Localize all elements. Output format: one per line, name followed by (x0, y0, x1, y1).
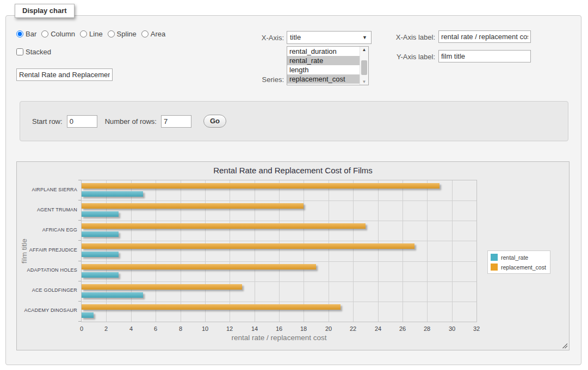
x-tick-6: 6 (147, 325, 164, 332)
legend-entry-replacement_cost: replacement_cost (491, 264, 546, 271)
y-axis-tick-6 (78, 301, 81, 302)
x-tick-2: 2 (97, 325, 115, 332)
gridline-x-2 (106, 180, 107, 322)
x-axis-label-input[interactable] (438, 30, 531, 43)
gridline-y-6 (82, 302, 476, 302)
chart-type-option-area[interactable]: Area (141, 30, 165, 38)
bar-rental_rate (82, 211, 119, 217)
spline-radio[interactable] (108, 30, 115, 37)
bar-rental_rate (82, 252, 119, 257)
line-radio-label: Line (89, 30, 103, 38)
series-list-label: Series: (234, 76, 284, 84)
category-label: ACADEMY DINOSAUR (17, 308, 77, 313)
bar-replacement_cost (82, 183, 440, 189)
legend-swatch-replacement_cost (491, 264, 498, 271)
y-axis-tick-5 (78, 281, 81, 281)
num-rows-input[interactable] (161, 115, 191, 128)
scrollbar-thumb[interactable] (361, 60, 367, 75)
gridline-x-28 (427, 180, 428, 322)
category-label: AGENT TRUMAN (17, 207, 77, 212)
x-tick-28: 28 (418, 325, 436, 332)
gridline-x-24 (378, 180, 379, 322)
chart-type-option-bar[interactable]: Bar (16, 30, 36, 38)
chart-legend: rental_ratereplacement_cost (487, 250, 550, 274)
gridline-x-10 (205, 180, 206, 322)
chart-title: Rental Rate and Replacement Cost of Film… (17, 166, 569, 175)
y-axis-tick-1 (78, 200, 81, 200)
series-listbox[interactable]: rental_durationrental_ratelengthreplacem… (287, 46, 369, 85)
x-tick-16: 16 (270, 325, 288, 332)
series-option-length[interactable]: length (287, 65, 360, 74)
gridline-x-26 (403, 180, 403, 322)
bar-rental_rate (82, 292, 143, 298)
series-options: rental_durationrental_ratelengthreplacem… (287, 47, 360, 84)
chart-type-option-spline[interactable]: Spline (108, 30, 137, 38)
stacked-checkbox[interactable] (16, 48, 23, 55)
category-label: ACE GOLDFINGER (17, 287, 77, 293)
gridline-y-1 (82, 200, 476, 201)
gridline-x-6 (156, 180, 156, 322)
x-axis-selected-value: title (290, 33, 301, 41)
x-tick-18: 18 (295, 325, 312, 332)
gridline-y-2 (82, 221, 476, 221)
column-radio-label: Column (51, 30, 75, 38)
stacked-option[interactable]: Stacked (16, 48, 51, 56)
area-radio[interactable] (141, 30, 148, 37)
bar-rental_rate (82, 272, 119, 278)
bar-replacement_cost (82, 284, 242, 290)
stacked-row: Stacked (16, 48, 56, 56)
y-axis-tick-4 (78, 261, 81, 261)
bar-replacement_cost (82, 203, 304, 209)
x-tick-14: 14 (246, 325, 263, 332)
bar-rental_rate (82, 312, 94, 318)
x-tick-20: 20 (320, 325, 337, 332)
chart-area: Rental Rate and Replacement Cost of Film… (16, 161, 570, 350)
category-label: AFRICAN EGG (17, 227, 77, 233)
gridline-x-12 (230, 180, 230, 322)
scroll-up-icon[interactable]: ▲ (360, 47, 368, 52)
x-tick-0: 0 (73, 325, 90, 332)
x-axis-label-caption: X-Axis label: (375, 33, 435, 41)
gridline-x-16 (279, 180, 280, 322)
y-axis-tick-7 (78, 321, 81, 322)
legend-swatch-rental_rate (491, 254, 498, 261)
spline-radio-label: Spline (117, 30, 137, 38)
scroll-down-icon[interactable]: ▼ (360, 79, 368, 84)
go-button[interactable]: Go (203, 115, 226, 128)
category-label: AFFAIR PREJUDICE (17, 247, 77, 253)
start-row-input[interactable] (67, 115, 97, 128)
chart-title-input[interactable] (16, 68, 113, 81)
line-radio[interactable] (80, 30, 87, 37)
gridline-y-3 (82, 241, 476, 241)
chart-type-option-line[interactable]: Line (80, 30, 103, 38)
y-axis-tick-0 (78, 180, 81, 180)
panel-legend: Display chart (15, 4, 75, 18)
chart-type-option-column[interactable]: Column (41, 30, 75, 38)
category-label: ADAPTATION HOLES (17, 267, 77, 273)
bar-replacement_cost (82, 223, 366, 229)
series-option-rental_rate[interactable]: rental_rate (287, 56, 360, 65)
bar-replacement_cost (82, 243, 414, 249)
gridline-x-14 (255, 180, 255, 322)
series-option-replacement_cost[interactable]: replacement_cost (287, 74, 360, 84)
x-tick-32: 32 (468, 325, 485, 332)
series-option-rental_duration[interactable]: rental_duration (287, 47, 360, 56)
row-range-box: Start row: Number of rows: Go (20, 101, 568, 141)
x-axis-select[interactable]: title ▼ (287, 31, 372, 44)
series-scrollbar[interactable]: ▲ ▼ (360, 47, 368, 85)
bar-radio[interactable] (16, 30, 23, 37)
x-tick-30: 30 (443, 325, 461, 332)
display-chart-screen: Display chart Bar Column Line Spline Are… (0, 0, 588, 370)
x-axis-select-label: X-Axis: (234, 34, 284, 42)
gridline-y-4 (82, 261, 476, 262)
y-axis-label-input[interactable] (438, 50, 531, 62)
legend-label: replacement_cost (501, 264, 546, 271)
stacked-label: Stacked (26, 48, 51, 56)
legend-entry-rental_rate: rental_rate (491, 254, 546, 261)
column-radio[interactable] (41, 30, 48, 37)
resize-handle-icon[interactable] (561, 342, 567, 348)
y-axis-tick-2 (78, 220, 81, 221)
x-tick-10: 10 (196, 325, 214, 332)
gridline-y-5 (82, 281, 476, 282)
bar-replacement_cost (82, 304, 341, 310)
